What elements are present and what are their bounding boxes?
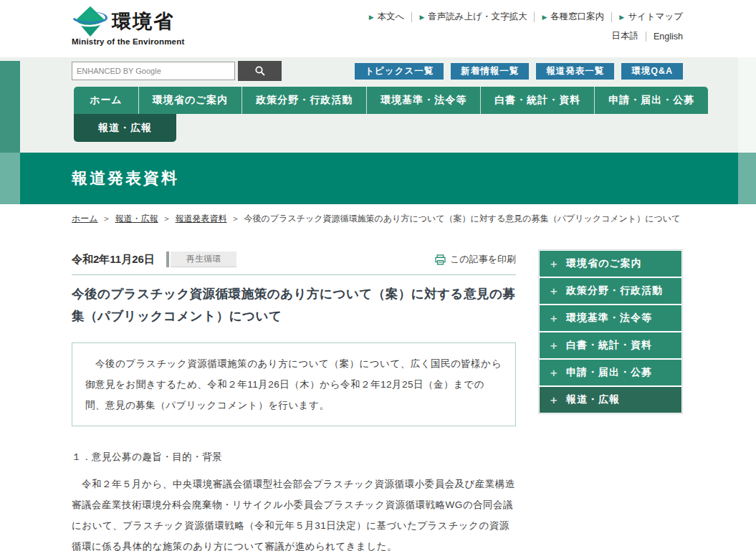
sidebar-item-press-active[interactable]: ＋ 報道・広報 [540, 387, 681, 413]
header-band: トピックス一覧 新着情報一覧 報道発表一覧 環境Q&A ホーム 環境省のご案内 … [0, 57, 756, 153]
plus-icon: ＋ [548, 339, 559, 353]
arrow-icon: ▶ [419, 14, 424, 21]
utility-link-label: 各種窓口案内 [550, 11, 604, 23]
sidebar-menu: ＋ 環境省のご案内 ＋ 政策分野・行政活動 ＋ 環境基準・法令等 ＋ 白書・統計… [538, 249, 683, 414]
breadcrumb-separator: ＞ [231, 213, 240, 225]
sidebar-item-policy[interactable]: ＋ 政策分野・行政活動 [540, 278, 681, 304]
sidebar-item-standards[interactable]: ＋ 環境基準・法令等 [540, 305, 681, 331]
breadcrumb-link-press-release[interactable]: 報道発表資料 [176, 213, 227, 225]
sidebar-item-label: 環境省のご案内 [566, 257, 642, 270]
utility-link-label: 音声読み上げ・文字拡大 [428, 11, 527, 23]
sub-navigation: 報道・広報 [74, 114, 176, 142]
breadcrumb-link-press[interactable]: 報道・広報 [115, 213, 158, 225]
breadcrumb: ホーム ＞ 報道・広報 ＞ 報道発表資料 ＞ 今後のプラスチック資源循環施策のあ… [72, 213, 688, 225]
divider-rule [72, 274, 516, 275]
nav-tab-application[interactable]: 申請・届出・公募 [595, 87, 708, 114]
breadcrumb-link-home[interactable]: ホーム [72, 213, 98, 225]
search-input[interactable] [72, 62, 235, 80]
sidebar-column: ＋ 環境省のご案内 ＋ 政策分野・行政活動 ＋ 環境基準・法令等 ＋ 白書・統計… [538, 249, 683, 551]
search-button[interactable] [238, 61, 282, 81]
breadcrumb-separator: ＞ [163, 213, 171, 225]
utility-link-contact[interactable]: ▶各種窓口案内 [542, 11, 604, 23]
nav-tab-home[interactable]: ホーム [74, 87, 139, 114]
nav-tab-about[interactable]: 環境省のご案内 [139, 87, 243, 114]
arrow-icon: ▶ [619, 14, 624, 21]
sidebar-item-label: 環境基準・法令等 [566, 312, 652, 325]
article-date: 令和2年11月26日 [72, 253, 155, 267]
arrow-icon: ▶ [369, 14, 374, 21]
page-banner-inner: 報道発表資料 [20, 153, 738, 204]
content: ホーム ＞ 報道・広報 ＞ 報道発表資料 ＞ 今後のプラスチック資源循環施策のあ… [0, 204, 756, 551]
divider [534, 12, 535, 22]
nav-tab-standards[interactable]: 環境基準・法令等 [367, 87, 481, 114]
sidebar-item-application[interactable]: ＋ 申請・届出・公募 [540, 360, 681, 385]
sidebar-item-about[interactable]: ＋ 環境省のご案内 [540, 251, 681, 277]
arrow-icon: ▶ [542, 14, 547, 21]
logo-english: Ministry of the Environment [72, 37, 186, 46]
page-banner: 報道発表資料 [0, 153, 756, 204]
utility-link-sitemap[interactable]: ▶サイトマップ [619, 11, 683, 23]
page-title: 報道発表資料 [72, 168, 179, 189]
language-link-english[interactable]: English [654, 32, 683, 42]
nav-tab-whitepaper[interactable]: 白書・統計・資料 [481, 87, 595, 114]
printer-icon [435, 254, 446, 265]
nav-tab-policy[interactable]: 政策分野・行政活動 [242, 87, 367, 114]
sidebar-item-label: 白書・統計・資料 [566, 339, 652, 352]
page: 環境省 Ministry of the Environment ▶本文へ ▶音声… [0, 0, 756, 551]
breadcrumb-current: 今後のプラスチック資源循環施策のあり方について（案）に対する意見の募集（パブリッ… [244, 213, 681, 225]
print-label: この記事を印刷 [450, 253, 516, 266]
article-column: 令和2年11月26日 再生循環 この記事を印刷 今後のプラスチック資源循環施策の… [72, 251, 516, 551]
sidebar-item-label: 報道・広報 [566, 393, 620, 406]
plus-icon: ＋ [548, 312, 559, 325]
sidebar-item-label: 申請・届出・公募 [566, 366, 652, 379]
utility-links: ▶本文へ ▶音声読み上げ・文字拡大 ▶各種窓口案内 ▶サイトマップ [369, 11, 683, 23]
site-header: 環境省 Ministry of the Environment ▶本文へ ▶音声… [0, 0, 756, 57]
sidebar-item-label: 政策分野・行政活動 [566, 284, 663, 297]
search-row [72, 61, 282, 81]
topics-list-button[interactable]: トピックス一覧 [355, 63, 444, 80]
logo-top: 環境省 [72, 4, 186, 39]
quick-links: トピックス一覧 新着情報一覧 報道発表一覧 環境Q&A [348, 63, 683, 80]
article-title: 今後のプラスチック資源循環施策のあり方について（案）に対する意見の募集（パブリッ… [72, 283, 516, 327]
section-heading: １．意見公募の趣旨・目的・背景 [72, 451, 516, 464]
summary-box: 今後のプラスチック資源循環施策のあり方について（案）について、広く国民の皆様から… [72, 342, 516, 426]
breadcrumb-separator: ＞ [102, 213, 111, 225]
plus-icon: ＋ [548, 393, 559, 407]
language-links: 日本語 English [612, 30, 684, 42]
moe-logo-icon [72, 4, 109, 39]
logo-kanji: 環境省 [112, 9, 174, 34]
divider [411, 12, 412, 22]
utility-link-readaloud[interactable]: ▶音声読み上げ・文字拡大 [419, 11, 527, 23]
article-paragraph: 令和２年５月から、中央環境審議会循環型社会部会プラスチック資源循環小委員会及び産… [72, 474, 516, 551]
article-meta-row: 令和2年11月26日 再生循環 この記事を印刷 [72, 251, 516, 268]
tag-accent-bar [166, 251, 169, 267]
new-info-list-button[interactable]: 新着情報一覧 [451, 63, 529, 80]
env-qa-button[interactable]: 環境Q&A [621, 63, 683, 80]
plus-icon: ＋ [548, 257, 559, 271]
search-icon [254, 65, 266, 77]
category-tag[interactable]: 再生循環 [171, 251, 236, 267]
utility-link-label: 本文へ [378, 11, 405, 23]
nav-tab-press-active[interactable]: 報道・広報 [74, 114, 176, 142]
press-release-list-button[interactable]: 報道発表一覧 [536, 63, 614, 80]
utility-link-label: サイトマップ [628, 11, 683, 23]
utility-link-main-content[interactable]: ▶本文へ [369, 11, 405, 23]
columns: 令和2年11月26日 再生循環 この記事を印刷 今後のプラスチック資源循環施策の… [72, 251, 756, 551]
divider [611, 12, 612, 22]
main-navigation: ホーム 環境省のご案内 政策分野・行政活動 環境基準・法令等 白書・統計・資料 … [74, 87, 708, 114]
divider [646, 32, 646, 42]
left-accent-stripe [0, 61, 20, 153]
ministry-logo[interactable]: 環境省 Ministry of the Environment [72, 4, 186, 46]
plus-icon: ＋ [548, 284, 559, 298]
sidebar-item-whitepaper[interactable]: ＋ 白書・統計・資料 [540, 332, 681, 358]
print-article-link[interactable]: この記事を印刷 [435, 253, 516, 266]
language-link-japanese[interactable]: 日本語 [612, 30, 639, 42]
plus-icon: ＋ [548, 366, 559, 380]
right-accent-stripe [738, 57, 756, 153]
